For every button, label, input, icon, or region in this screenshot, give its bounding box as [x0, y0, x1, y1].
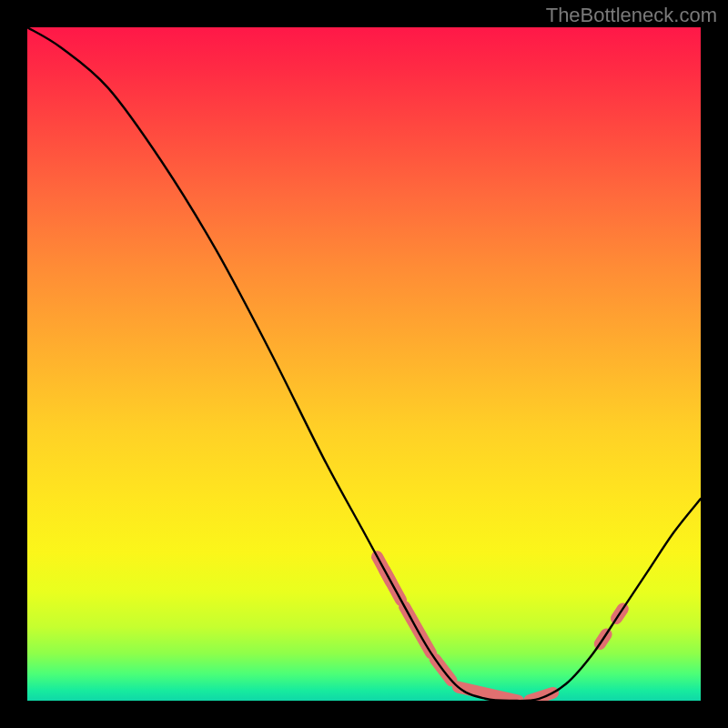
marker-bands-group	[378, 557, 623, 701]
bottleneck-curve	[27, 27, 701, 701]
plot-area	[27, 27, 701, 701]
curve-svg	[27, 27, 701, 701]
watermark-text: TheBottleneck.com	[546, 4, 717, 27]
